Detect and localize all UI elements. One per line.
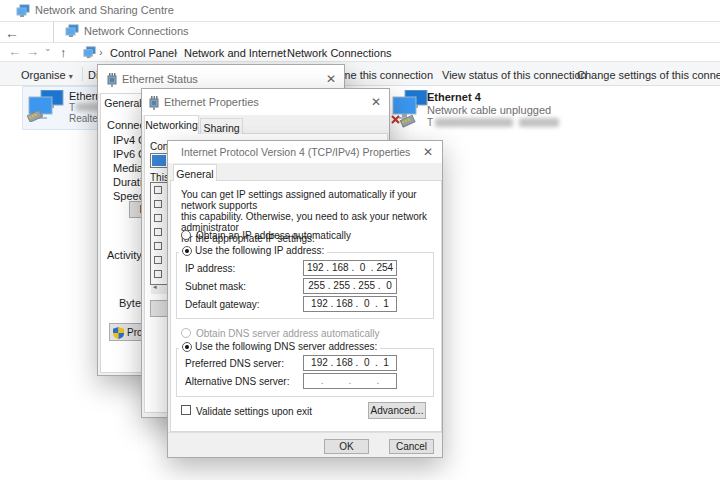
desktop: Network and Sharing Centre ← Network Con… bbox=[0, 0, 720, 480]
organise-dropdown-icon: ▾ bbox=[69, 72, 73, 81]
tab-sharing[interactable]: Sharing bbox=[200, 118, 243, 134]
tcpip-title: Internet Protocol Version 4 (TCP/IPv4) P… bbox=[181, 146, 410, 158]
ip-address-label: IP address: bbox=[185, 263, 235, 274]
organise-button[interactable]: Organise ▾ bbox=[21, 69, 73, 81]
tcpip-properties-dialog: Internet Protocol Version 4 (TCP/IPv4) P… bbox=[167, 140, 443, 458]
item-checkbox[interactable] bbox=[154, 214, 162, 222]
ethernet-connection-icon bbox=[27, 90, 65, 122]
ok-button[interactable]: OK bbox=[324, 439, 369, 454]
nav-back-icon[interactable]: ← bbox=[8, 45, 21, 58]
intro-line: You can get IP settings assigned automat… bbox=[181, 189, 433, 211]
ethernet4-status: Network cable unplugged bbox=[427, 104, 551, 116]
nav-history-chevron-icon[interactable]: ⌄ bbox=[44, 43, 52, 53]
item-checkbox[interactable] bbox=[154, 200, 162, 208]
breadcrumb-bar: ← → ⌄ ↑ › Control Panel › Network and In… bbox=[0, 42, 720, 62]
status-tab-general[interactable]: General bbox=[100, 93, 146, 113]
item-checkbox[interactable] bbox=[154, 256, 162, 264]
activity-label: Activity bbox=[107, 249, 142, 261]
advanced-button[interactable]: Advanced... bbox=[368, 402, 426, 419]
ethernet4-name: Ethernet 4 bbox=[427, 91, 481, 103]
organise-label: Organise bbox=[21, 69, 66, 81]
breadcrumb-network-and-internet[interactable]: Network and Internet bbox=[184, 47, 286, 59]
subnet-mask-field[interactable]: 255 . 255 . 255 . 0 bbox=[303, 278, 397, 294]
alternative-dns-label: Alternative DNS server: bbox=[185, 376, 289, 387]
back-arrow-icon[interactable]: ← bbox=[5, 25, 19, 41]
ethernet4-line3-prefix: T bbox=[427, 117, 433, 128]
nav-up-icon[interactable]: ↑ bbox=[60, 45, 67, 60]
nav-forward-icon[interactable]: → bbox=[26, 45, 39, 58]
tcpip-titlebar[interactable]: Internet Protocol Version 4 (TCP/IPv4) P… bbox=[168, 141, 442, 163]
default-gateway-field[interactable]: 192 . 168 . 0 . 1 bbox=[303, 296, 397, 312]
view-status-button[interactable]: View status of this connection bbox=[442, 69, 587, 81]
redacted-text bbox=[519, 118, 559, 127]
redacted-text bbox=[435, 118, 513, 127]
ethernet-properties-title: Ethernet Properties bbox=[164, 96, 259, 108]
ip-address-field[interactable]: 192 . 168 . 0 . 254 bbox=[303, 260, 397, 276]
subnet-mask-label: Subnet mask: bbox=[185, 281, 246, 292]
ethernet-line2-prefix: T bbox=[69, 102, 75, 113]
ethernet-plug-icon bbox=[106, 72, 118, 87]
radio-obtain-ip-label[interactable]: Obtain an IP address automatically bbox=[196, 230, 351, 241]
connections-title: Network Connections bbox=[84, 25, 189, 37]
connections-titlebar: Network Connections bbox=[53, 22, 720, 42]
radio-use-ip-label[interactable]: Use the following IP address: bbox=[195, 245, 324, 256]
unplugged-x-icon bbox=[392, 116, 399, 123]
preferred-dns-field[interactable]: 192 . 168 . 0 . 1 bbox=[303, 355, 397, 371]
radio-use-ip[interactable] bbox=[182, 246, 192, 256]
adapter-selection-fragment bbox=[152, 155, 166, 166]
network-window-icon bbox=[16, 4, 30, 18]
radio-use-ip-wrap[interactable]: Use the following IP address: bbox=[179, 244, 327, 256]
ethernet4-connection-icon bbox=[391, 90, 429, 128]
cancel-button[interactable]: Cancel bbox=[389, 439, 434, 454]
item-checkbox[interactable] bbox=[154, 270, 162, 278]
alternative-dns-field[interactable]: . . . bbox=[303, 373, 397, 389]
uac-shield-icon bbox=[113, 327, 124, 339]
scroll-left-icon[interactable]: ◂ bbox=[153, 283, 157, 291]
close-icon[interactable]: ✕ bbox=[371, 95, 381, 109]
radio-obtain-dns[interactable] bbox=[181, 328, 191, 338]
close-icon[interactable]: ✕ bbox=[326, 72, 336, 86]
default-gateway-label: Default gateway: bbox=[185, 299, 260, 310]
validate-checkbox-label[interactable]: Validate settings upon exit bbox=[196, 406, 312, 417]
radio-use-dns[interactable] bbox=[182, 342, 192, 352]
item-checkbox[interactable] bbox=[154, 242, 162, 250]
ethernet-plug-icon bbox=[148, 95, 160, 110]
radio-obtain-ip[interactable] bbox=[181, 230, 191, 240]
breadcrumb-network-connections[interactable]: Network Connections bbox=[287, 47, 392, 59]
sharing-centre-titlebar: Network and Sharing Centre bbox=[0, 0, 720, 22]
ethernet-status-title: Ethernet Status bbox=[122, 73, 198, 85]
connection-item-ethernet4[interactable]: Ethernet 4 Network cable unplugged T bbox=[391, 88, 591, 132]
toolbar-divider bbox=[82, 67, 83, 81]
sharing-centre-title: Network and Sharing Centre bbox=[35, 4, 174, 16]
tcpip-tab-general[interactable]: General bbox=[173, 164, 217, 181]
crumb-sep-icon: › bbox=[99, 46, 103, 58]
crumb-sep-icon: › bbox=[174, 46, 178, 58]
radio-use-dns-wrap[interactable]: Use the following DNS server addresses: bbox=[179, 340, 380, 352]
tab-networking[interactable]: Networking bbox=[144, 115, 199, 134]
preferred-dns-label: Preferred DNS server: bbox=[185, 358, 284, 369]
ethernet-properties-titlebar[interactable]: Ethernet Properties ✕ bbox=[142, 89, 389, 115]
close-icon[interactable]: ✕ bbox=[423, 145, 433, 159]
item-checkbox[interactable] bbox=[154, 228, 162, 236]
item-checkbox[interactable] bbox=[154, 186, 162, 194]
breadcrumb-control-panel[interactable]: Control Panel bbox=[110, 47, 177, 59]
breadcrumb-location-icon bbox=[83, 46, 96, 59]
radio-use-dns-label[interactable]: Use the following DNS server addresses: bbox=[195, 341, 377, 352]
crumb-sep-icon: › bbox=[277, 46, 281, 58]
change-settings-button[interactable]: Change settings of this connection bbox=[577, 69, 720, 81]
validate-checkbox[interactable] bbox=[181, 405, 191, 415]
connections-window-icon bbox=[65, 24, 79, 38]
radio-obtain-dns-label: Obtain DNS server address automatically bbox=[196, 328, 379, 339]
